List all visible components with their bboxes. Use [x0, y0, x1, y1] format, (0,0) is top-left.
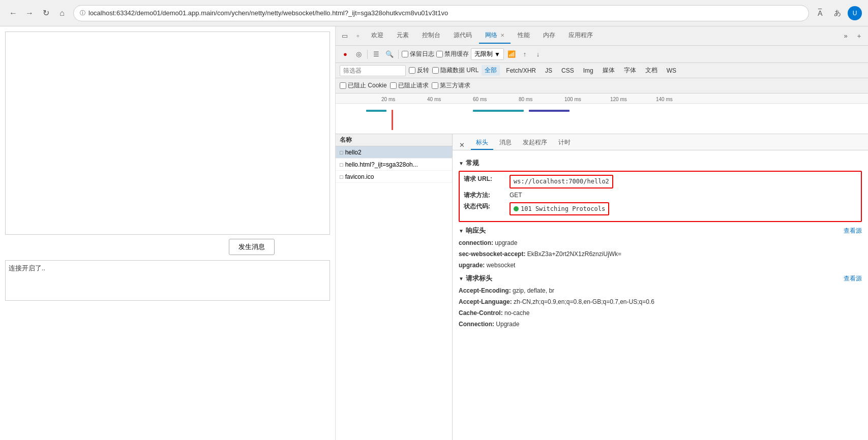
- blocked-cookies-checkbox[interactable]: [340, 82, 346, 89]
- tab-welcome[interactable]: 欢迎: [365, 28, 390, 44]
- upload-button[interactable]: ↑: [519, 49, 530, 60]
- throttle-dropdown[interactable]: 无限制 ▼: [471, 48, 504, 60]
- forward-button[interactable]: →: [22, 6, 37, 20]
- network-item-favicon[interactable]: □ favicon.ico: [336, 171, 452, 183]
- filter-type-doc[interactable]: 文档: [642, 65, 661, 76]
- detail-tab-headers[interactable]: 标头: [471, 136, 493, 150]
- search-button[interactable]: 🔍: [384, 49, 395, 60]
- tab-network-close[interactable]: ✕: [500, 33, 504, 38]
- filter-input[interactable]: [340, 65, 406, 76]
- home-button[interactable]: ⌂: [55, 6, 69, 20]
- connection-status: 连接开启了..: [5, 260, 330, 301]
- disable-cache-checkbox-label[interactable]: 禁用缓存: [436, 50, 469, 58]
- request-header-connection: Connection: Upgrade: [459, 320, 862, 329]
- disable-cache-checkbox[interactable]: [436, 51, 443, 57]
- filter-type-media[interactable]: 媒体: [600, 65, 618, 76]
- back-button[interactable]: ←: [6, 6, 20, 20]
- request-url-row: 请求 URL: ws://localhost:7000/hello2: [464, 175, 857, 188]
- general-section: 请求 URL: ws://localhost:7000/hello2 请求方法:…: [459, 171, 862, 222]
- browser-chrome: ← → ↻ ⌂ ⓘ localhost:63342/demo01/demo01.…: [0, 0, 868, 26]
- invert-checkbox-label[interactable]: 反转: [409, 66, 429, 75]
- close-panel-button[interactable]: ✕: [457, 140, 467, 150]
- throttle-dropdown-arrow: ▼: [494, 51, 500, 58]
- tl-bar-3: [529, 110, 570, 112]
- preserve-log-checkbox-label[interactable]: 保留日志: [402, 50, 434, 58]
- read-aloud-button[interactable]: A̅: [813, 6, 827, 20]
- status-code-value: 101 Switching Protocols: [510, 202, 609, 216]
- network-list-header: 名称: [336, 134, 452, 146]
- response-header-connection: connection: upgrade: [459, 238, 862, 247]
- network-item-name-hello2: hello2: [345, 149, 448, 156]
- address-bar[interactable]: ⓘ localhost:63342/demo01/demo01.app.main…: [73, 5, 809, 21]
- timeline-mark-60ms: 60 ms: [473, 97, 487, 102]
- devtools-dock-button[interactable]: ▭: [339, 30, 351, 42]
- request-url-value: ws://localhost:7000/hello2: [510, 175, 613, 188]
- tab-performance[interactable]: 性能: [512, 28, 536, 44]
- extra-filter-row: 已阻止 Cookie 已阻止请求 第三方请求: [336, 78, 868, 93]
- filter-type-img[interactable]: Img: [580, 66, 596, 75]
- tab-memory[interactable]: 内存: [537, 28, 561, 44]
- third-party-label[interactable]: 第三方请求: [432, 81, 470, 90]
- preserve-log-checkbox[interactable]: [402, 51, 408, 57]
- nav-buttons: ← → ↻ ⌂: [6, 6, 69, 20]
- response-headers-view-source[interactable]: 查看源: [844, 227, 862, 235]
- timeline-ruler: 20 ms 40 ms 60 ms 80 ms 100 ms 120 ms 14…: [336, 93, 868, 104]
- clear-button[interactable]: ◎: [353, 49, 364, 60]
- filter-type-js[interactable]: JS: [542, 66, 555, 75]
- timeline-area: 20 ms 40 ms 60 ms 80 ms 100 ms 120 ms 14…: [336, 93, 868, 134]
- devtools-inspect-button[interactable]: ▫: [352, 30, 364, 42]
- tab-network[interactable]: 网络 ✕: [479, 28, 511, 44]
- tab-sources[interactable]: 源代码: [447, 28, 478, 44]
- reload-button[interactable]: ↻: [39, 6, 53, 20]
- timeline-mark-140ms: 140 ms: [656, 97, 673, 102]
- filter-type-css[interactable]: CSS: [558, 66, 577, 75]
- filter-type-ws[interactable]: WS: [664, 66, 679, 75]
- response-header-upgrade: upgrade: websocket: [459, 261, 862, 270]
- detail-tab-timing[interactable]: 计时: [553, 136, 576, 150]
- message-textarea[interactable]: [5, 32, 330, 235]
- status-code-row: 状态代码: 101 Switching Protocols: [464, 202, 857, 216]
- more-tools-button[interactable]: »: [840, 30, 852, 42]
- response-headers: connection: upgrade sec-websocket-accept…: [459, 238, 862, 270]
- request-header-accept-encoding: Accept-Encoding: gzip, deflate, br: [459, 286, 862, 295]
- tab-console[interactable]: 控制台: [416, 28, 446, 44]
- detail-tab-initiator[interactable]: 发起程序: [518, 136, 552, 150]
- send-message-button[interactable]: 发生消息: [229, 239, 275, 255]
- hide-data-urls-checkbox[interactable]: [432, 67, 439, 74]
- download-button[interactable]: ↓: [532, 49, 544, 60]
- add-tab-button[interactable]: ＋: [853, 30, 865, 42]
- file-icon-hello-html: □: [340, 162, 343, 168]
- toolbar-separator-2: [398, 50, 399, 59]
- blocked-requests-checkbox[interactable]: [390, 82, 397, 89]
- third-party-checkbox[interactable]: [432, 82, 438, 89]
- blocked-requests-label[interactable]: 已阻止请求: [390, 81, 429, 90]
- wifi-button[interactable]: 📶: [506, 49, 517, 60]
- profile-avatar[interactable]: U: [848, 6, 862, 20]
- tab-elements[interactable]: 元素: [391, 28, 415, 44]
- status-code-label: 状态代码:: [464, 202, 510, 211]
- filter-button[interactable]: ☰: [371, 49, 382, 60]
- translate-button[interactable]: あ: [830, 6, 845, 20]
- request-headers-view-source[interactable]: 查看源: [844, 274, 862, 283]
- request-method-row: 请求方法: GET: [464, 191, 857, 200]
- network-item-hello2[interactable]: □ hello2: [336, 146, 452, 159]
- detail-tab-messages[interactable]: 消息: [494, 136, 517, 150]
- invert-checkbox[interactable]: [409, 67, 415, 74]
- devtools-panel: ▭ ▫ 欢迎 元素 控制台 源代码 网络 ✕ 性能 内存 应用程序 » ＋ ● …: [336, 26, 868, 440]
- file-icon-hello2: □: [340, 149, 343, 155]
- record-button[interactable]: ●: [340, 49, 351, 60]
- filter-type-fetch-xhr[interactable]: Fetch/XHR: [503, 66, 539, 75]
- request-headers-section-header: ▼ 请求标头 查看源: [459, 274, 862, 283]
- filter-type-font[interactable]: 字体: [621, 65, 639, 76]
- status-green-dot: [514, 206, 519, 211]
- network-item-hello-html[interactable]: □ hello.html?_ijt=sga328oh...: [336, 159, 452, 171]
- filter-type-all[interactable]: 全部: [482, 65, 500, 76]
- tab-application[interactable]: 应用程序: [562, 28, 599, 44]
- tl-bar-2: [473, 110, 524, 112]
- blocked-cookies-label[interactable]: 已阻止 Cookie: [340, 81, 387, 90]
- hide-data-urls-checkbox-label[interactable]: 隐藏数据 URL: [432, 66, 478, 75]
- general-section-header: ▼ 常规: [459, 159, 862, 168]
- timeline-mark-100ms: 100 ms: [564, 97, 581, 102]
- toolbar-separator-1: [367, 50, 368, 59]
- main-layout: 发生消息 连接开启了.. ▭ ▫ 欢迎 元素 控制台 源代码 网络 ✕ 性能 内…: [0, 26, 868, 440]
